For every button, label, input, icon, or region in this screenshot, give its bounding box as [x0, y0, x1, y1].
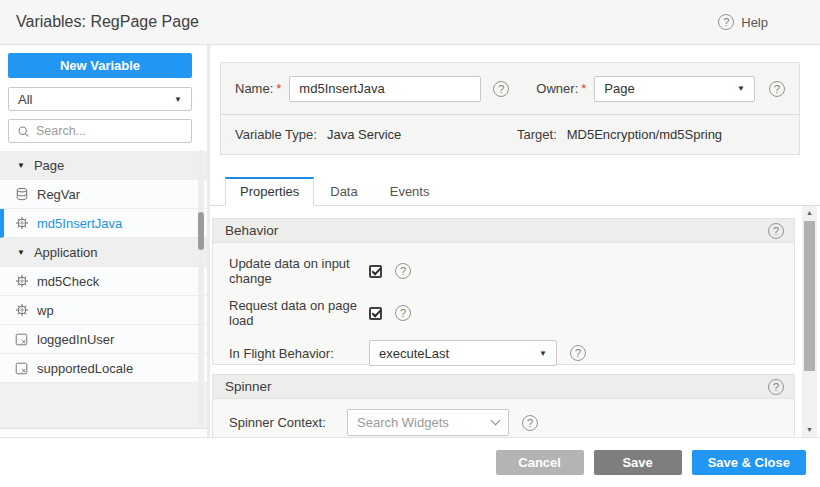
behavior-section: Behavior ? Update data on input change ?… — [212, 218, 795, 365]
in-flight-behavior-select[interactable]: executeLast ▼ — [369, 340, 557, 366]
tree-item-md5insertjava[interactable]: md5InsertJava — [0, 209, 207, 238]
owner-label: Owner: — [536, 81, 578, 96]
variables-sidebar: New Variable All ▼ ▼ Page — [0, 45, 210, 437]
tree-item-label: loggedInUser — [37, 332, 114, 347]
spinner-section: Spinner ? Spinner Context: Search Widget… — [212, 374, 795, 437]
search-icon — [17, 125, 30, 138]
java-service-variable-icon — [14, 274, 29, 288]
variable-type-group: Variable Type: Java Service — [235, 127, 517, 142]
new-variable-button[interactable]: New Variable — [8, 53, 192, 78]
behavior-section-title: Behavior — [225, 223, 278, 238]
variables-dialog: Variables: RegPage Page ? Help New Varia… — [0, 0, 820, 487]
tab-properties[interactable]: Properties — [225, 177, 314, 206]
spinner-help-icon[interactable]: ? — [768, 379, 784, 395]
spinner-section-body: Spinner Context: Search Widgets ? — [212, 399, 795, 437]
caret-down-icon: ▼ — [174, 95, 182, 104]
update-on-input-label: Update data on input change — [229, 256, 369, 286]
dialog-body: New Variable All ▼ ▼ Page — [0, 45, 820, 437]
target-label: Target: — [517, 127, 557, 142]
owner-help-icon[interactable]: ? — [769, 81, 785, 97]
required-marker: * — [581, 81, 586, 96]
variable-tree: ▼ Page RegVar — [0, 151, 207, 429]
content-scrollbar[interactable]: ▲ ▼ — [802, 206, 817, 437]
sidebar-scrollbar-thumb[interactable] — [198, 212, 204, 250]
tree-item-regvar[interactable]: RegVar — [0, 180, 207, 209]
update-on-input-help-icon[interactable]: ? — [395, 263, 411, 279]
name-input[interactable] — [289, 76, 481, 102]
tree-item-md5check[interactable]: md5Check — [0, 267, 207, 296]
tree-filler — [0, 383, 207, 429]
tab-data[interactable]: Data — [314, 178, 373, 205]
java-service-variable-icon — [14, 216, 29, 230]
dialog-footer: Cancel Save Save & Close — [0, 437, 820, 487]
variable-type-value: Java Service — [327, 127, 401, 142]
request-on-load-row: Request data on page load ? — [229, 298, 794, 328]
tree-group-application[interactable]: ▼ Application — [0, 238, 207, 267]
variable-type-label: Variable Type: — [235, 127, 317, 142]
request-on-load-help-icon[interactable]: ? — [395, 305, 411, 321]
tree-group-page[interactable]: ▼ Page — [0, 151, 207, 180]
behavior-section-body: Update data on input change ? Request da… — [212, 243, 795, 365]
detail-tabs: Properties Data Events — [210, 177, 820, 206]
spinner-context-row: Spinner Context: Search Widgets ? — [229, 409, 794, 436]
request-on-load-label: Request data on page load — [229, 298, 369, 328]
dialog-titlebar: Variables: RegPage Page ? Help — [0, 0, 820, 45]
update-on-input-checkbox[interactable] — [369, 265, 382, 278]
scroll-down-icon[interactable]: ▼ — [806, 426, 813, 434]
name-label: Name: — [235, 81, 273, 96]
behavior-section-header: Behavior ? — [212, 218, 795, 243]
tree-item-supportedlocale[interactable]: supportedLocale — [0, 354, 207, 383]
target-group: Target: MD5Encryption/md5Spring — [517, 127, 722, 142]
tree-group-label: Page — [34, 158, 64, 173]
request-on-load-checkbox[interactable] — [369, 307, 382, 320]
save-button[interactable]: Save — [594, 450, 682, 475]
in-flight-behavior-row: In Flight Behavior: executeLast ▼ ? — [229, 340, 794, 366]
owner-value: Page — [604, 81, 634, 96]
meta-row-name-owner: Name: * ? Owner: * Page ▼ ? — [221, 63, 799, 115]
variable-meta-form: Name: * ? Owner: * Page ▼ ? Variable Typ… — [220, 62, 800, 155]
spinner-context-placeholder: Search Widgets — [357, 415, 449, 430]
properties-tab-content: Behavior ? Update data on input change ?… — [210, 206, 820, 437]
service-variable-icon — [14, 187, 29, 201]
target-value: MD5Encryption/md5Spring — [567, 127, 722, 142]
static-variable-icon — [14, 362, 29, 375]
tree-item-wp[interactable]: wp — [0, 296, 207, 325]
spinner-context-select[interactable]: Search Widgets — [347, 409, 509, 436]
help-link[interactable]: ? Help — [718, 14, 768, 30]
tree-group-label: Application — [34, 245, 98, 260]
sidebar-scrollbar[interactable] — [198, 150, 204, 428]
in-flight-behavior-value: executeLast — [379, 346, 449, 361]
tree-item-loggedinuser[interactable]: loggedInUser — [0, 325, 207, 354]
spinner-context-help-icon[interactable]: ? — [522, 415, 538, 431]
save-and-close-button[interactable]: Save & Close — [692, 450, 806, 475]
tree-item-label: RegVar — [37, 187, 80, 202]
in-flight-behavior-label: In Flight Behavior: — [229, 346, 369, 361]
collapse-triangle-icon: ▼ — [17, 248, 25, 257]
tree-item-label: md5InsertJava — [37, 216, 122, 231]
required-marker: * — [276, 81, 281, 96]
help-label: Help — [741, 15, 768, 30]
static-variable-icon — [14, 333, 29, 346]
tree-item-label: wp — [37, 303, 54, 318]
spinner-context-label: Spinner Context: — [229, 415, 347, 430]
variable-search — [8, 119, 192, 143]
search-input[interactable] — [36, 124, 183, 138]
chevron-down-icon — [491, 416, 501, 426]
update-on-input-row: Update data on input change ? — [229, 256, 794, 286]
java-service-variable-icon — [14, 303, 29, 317]
content-scrollbar-thumb[interactable] — [804, 221, 815, 371]
spinner-section-header: Spinner ? — [212, 374, 795, 399]
variable-detail-panel: Name: * ? Owner: * Page ▼ ? Variable Typ… — [210, 45, 820, 437]
in-flight-behavior-help-icon[interactable]: ? — [570, 345, 586, 361]
tab-events[interactable]: Events — [374, 178, 446, 205]
cancel-button[interactable]: Cancel — [496, 450, 584, 475]
caret-down-icon: ▼ — [539, 349, 547, 358]
behavior-help-icon[interactable]: ? — [768, 223, 784, 239]
owner-select[interactable]: Page ▼ — [594, 76, 755, 102]
spinner-section-title: Spinner — [225, 379, 272, 394]
variable-filter-select[interactable]: All ▼ — [8, 87, 192, 111]
dialog-title: Variables: RegPage Page — [16, 13, 199, 31]
tree-item-label: supportedLocale — [37, 361, 133, 376]
scroll-up-icon[interactable]: ▲ — [806, 209, 813, 217]
name-help-icon[interactable]: ? — [493, 81, 509, 97]
